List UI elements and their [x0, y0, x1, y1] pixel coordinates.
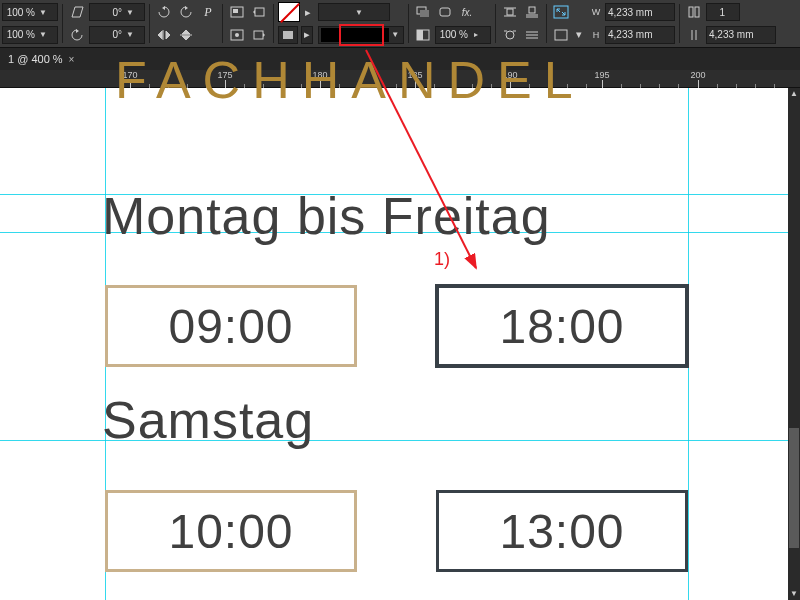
gutter-icon[interactable]	[684, 26, 704, 44]
frame-options-icon[interactable]	[551, 26, 571, 44]
canvas-area[interactable]: FACHHANDEL Montag bis Freitag 09:00 18:0…	[0, 88, 800, 600]
time-value: 13:00	[499, 504, 624, 559]
chevron-down-icon: ▼	[124, 30, 136, 39]
height-value: 4,233 mm	[606, 29, 654, 40]
scale-x-dropdown[interactable]: 100 % ▼	[2, 3, 58, 21]
width-field[interactable]: 4,233 mm	[605, 3, 675, 21]
rotation-b-dropdown[interactable]: 0° ▼	[89, 26, 145, 44]
height-label-icon: H	[589, 26, 603, 44]
heading-saturday: Samstag	[102, 390, 314, 450]
columns-field[interactable]: 1	[706, 3, 740, 21]
scroll-up-icon[interactable]: ▲	[788, 88, 800, 100]
vertical-scrollbar[interactable]: ▲ ▼	[788, 88, 800, 600]
fill-swatch[interactable]	[278, 2, 300, 22]
rotation-b-value: 0°	[90, 29, 124, 40]
svg-point-19	[506, 31, 514, 39]
time-box-saturday-open[interactable]: 10:00	[105, 490, 357, 572]
stroke-weight-dropdown[interactable]: ▼	[318, 3, 390, 21]
stroke-style-dropdown[interactable]: ▼	[318, 26, 404, 44]
heading-weekdays: Montag bis Freitag	[102, 186, 551, 246]
time-box-saturday-close[interactable]: 13:00	[436, 490, 688, 572]
scale-x-value: 100 %	[3, 7, 37, 18]
svg-rect-12	[417, 30, 423, 40]
annotation-label: 1)	[434, 249, 450, 270]
chevron-down-icon: ▸	[470, 30, 482, 39]
svg-rect-27	[689, 7, 693, 17]
svg-rect-25	[554, 6, 568, 18]
shear-icon[interactable]	[67, 3, 87, 21]
stroke-style-swatch	[321, 28, 389, 42]
opacity-icon[interactable]	[413, 26, 433, 44]
wrap-shape-icon[interactable]	[500, 26, 520, 44]
svg-rect-13	[507, 9, 513, 15]
svg-marker-0	[72, 7, 83, 17]
rotate-icon[interactable]	[67, 26, 87, 44]
opacity-value: 100 %	[436, 29, 470, 40]
svg-rect-7	[283, 31, 293, 39]
chevron-down-icon: ▼	[389, 30, 401, 39]
width-label-icon: W	[589, 3, 603, 21]
frame-fit-icon[interactable]	[551, 3, 571, 21]
svg-rect-3	[255, 8, 264, 16]
height-field[interactable]: 4,233 mm	[605, 26, 675, 44]
columns-value: 1	[707, 7, 727, 18]
flip-vertical-icon[interactable]	[176, 26, 196, 44]
drop-shadow-icon[interactable]	[413, 3, 433, 21]
chevron-down-icon: ▼	[353, 8, 365, 17]
fill-menu-caret-icon[interactable]: ▸	[302, 3, 314, 21]
scroll-down-icon[interactable]: ▼	[788, 588, 800, 600]
gutter-value: 4,233 mm	[707, 29, 755, 40]
time-box-weekday-close[interactable]: 18:00	[436, 285, 688, 367]
svg-rect-28	[695, 7, 699, 17]
time-value: 18:00	[499, 299, 624, 354]
rotate-cw-icon[interactable]	[154, 3, 174, 21]
wrap-none-icon[interactable]	[522, 26, 542, 44]
type-on-path-icon[interactable]: P	[198, 3, 218, 21]
columns-icon[interactable]	[684, 3, 704, 21]
chevron-down-icon: ▼	[37, 30, 49, 39]
svg-rect-16	[529, 7, 535, 13]
rotate-ccw-icon[interactable]	[176, 3, 196, 21]
time-value: 10:00	[168, 504, 293, 559]
chevron-down-icon: ▼	[124, 8, 136, 17]
svg-rect-10	[440, 8, 450, 16]
opacity-dropdown[interactable]: 100 % ▸	[435, 26, 491, 44]
chevron-down-icon: ▼	[37, 8, 49, 17]
svg-rect-6	[254, 31, 263, 39]
select-container-icon[interactable]	[227, 3, 247, 21]
partial-title-text: FACHHANDEL	[115, 50, 585, 110]
select-content-icon[interactable]	[227, 26, 247, 44]
scale-y-value: 100 %	[3, 29, 37, 40]
guide-vertical[interactable]	[688, 88, 689, 600]
tab-title: 1 @ 400 %	[8, 53, 63, 65]
svg-rect-26	[555, 30, 567, 40]
document-tab[interactable]: 1 @ 400 % ×	[0, 50, 82, 68]
frame-menu-caret-icon[interactable]: ▾	[573, 26, 585, 44]
scale-y-dropdown[interactable]: 100 % ▼	[2, 26, 58, 44]
rotation-a-value: 0°	[90, 7, 124, 18]
width-value: 4,233 mm	[606, 7, 654, 18]
apply-fill-caret-icon[interactable]: ▸	[301, 26, 313, 44]
scrollbar-thumb[interactable]	[789, 428, 799, 548]
select-next-icon[interactable]	[249, 26, 269, 44]
time-value: 09:00	[168, 299, 293, 354]
close-icon[interactable]: ×	[69, 54, 75, 65]
page: FACHHANDEL Montag bis Freitag 09:00 18:0…	[0, 88, 788, 600]
svg-rect-2	[233, 9, 238, 13]
svg-point-5	[235, 33, 239, 37]
effects-icon[interactable]: fx.	[457, 3, 477, 21]
rotation-a-dropdown[interactable]: 0° ▼	[89, 3, 145, 21]
flip-horizontal-icon[interactable]	[154, 26, 174, 44]
ruler-label: 200	[690, 70, 705, 80]
ruler-label: 195	[594, 70, 609, 80]
time-box-weekday-open[interactable]: 09:00	[105, 285, 357, 367]
apply-fill-button[interactable]	[278, 26, 298, 44]
corner-options-icon[interactable]	[435, 3, 455, 21]
select-prev-icon[interactable]	[249, 3, 269, 21]
wrap-around-icon[interactable]	[500, 3, 520, 21]
gutter-field[interactable]: 4,233 mm	[706, 26, 776, 44]
svg-rect-9	[420, 10, 429, 17]
wrap-jump-icon[interactable]	[522, 3, 542, 21]
top-toolbar: 100 % ▼ 100 % ▼ 0° ▼ 0° ▼	[0, 0, 800, 48]
